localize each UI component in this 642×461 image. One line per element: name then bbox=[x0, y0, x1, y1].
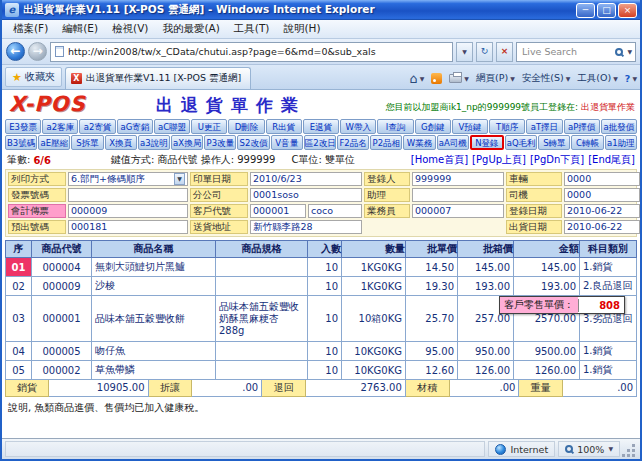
toolbar-button[interactable]: a批發價 bbox=[601, 119, 637, 134]
toolbar-button[interactable]: a2寄貨 bbox=[79, 119, 115, 134]
menu-item[interactable]: 檢視(V) bbox=[105, 20, 155, 38]
feeds-button[interactable] bbox=[431, 73, 442, 84]
field-value[interactable]: 新竹縣李路28 bbox=[250, 220, 362, 234]
record-count-label: 筆數: bbox=[7, 153, 30, 167]
toolbar-button[interactable]: a2客庫 bbox=[42, 119, 78, 134]
close-button[interactable]: × bbox=[618, 3, 637, 18]
field-value[interactable]: 999999 bbox=[412, 172, 504, 186]
field-value-text: 2010-06-22 bbox=[567, 221, 637, 233]
toolbar-button[interactable]: aT擇日 bbox=[526, 119, 562, 134]
popup-price-input[interactable]: 808 bbox=[578, 299, 624, 312]
address-input[interactable]: http://win2008/tw/x_CData/chutui.asp?pag… bbox=[50, 42, 453, 62]
home-button[interactable]: ⌂▼ bbox=[409, 72, 424, 85]
search-dropdown-icon[interactable]: ▼ bbox=[627, 49, 632, 55]
toolbar-button[interactable]: S轉單 bbox=[538, 135, 570, 150]
field-value-text: 新竹縣李路28 bbox=[253, 221, 359, 233]
menu-item[interactable]: 我的最愛(A) bbox=[155, 20, 226, 38]
stop-button[interactable]: × bbox=[496, 42, 513, 62]
table-row[interactable]: 01000004無刺大頭鰱切片黑鱸101KG0KG14.50145.00145.… bbox=[6, 258, 637, 277]
table-row[interactable]: 04000005吻仔魚1010KG0KG95.00950.009500.001.… bbox=[6, 342, 637, 361]
maximize-button[interactable]: □ bbox=[597, 3, 616, 18]
field-value[interactable]: 0000 bbox=[564, 188, 640, 202]
menu-item[interactable]: 說明(H) bbox=[276, 20, 327, 38]
field-value[interactable]: 0000 bbox=[564, 172, 640, 186]
field-value[interactable]: 2010-06-22 bbox=[564, 204, 640, 218]
page-nav-link[interactable]: [Home首頁] bbox=[411, 153, 468, 167]
menu-item[interactable]: 編輯(E) bbox=[55, 20, 105, 38]
field-value[interactable]: 2010/6/23 bbox=[250, 172, 362, 186]
toolbar-button[interactable]: aA司機 bbox=[437, 135, 469, 150]
toolbar-button[interactable]: P2品相 bbox=[370, 135, 402, 150]
table-cell: 1.銷貨 bbox=[580, 342, 637, 361]
page-nav-link[interactable]: [End尾頁] bbox=[588, 153, 635, 167]
toolbar-button[interactable]: aQ毛利 bbox=[505, 135, 537, 150]
search-input[interactable]: Live Search ▼ bbox=[516, 42, 636, 62]
toolbar-button[interactable]: W業務 bbox=[403, 135, 435, 150]
table-row[interactable]: 02000009沙梭101KG0KG19.30193.00193.002.良品退… bbox=[6, 277, 637, 296]
toolbar-button[interactable]: a1助理 bbox=[605, 135, 637, 150]
favorites-button[interactable]: ★ 收藏夾 bbox=[5, 67, 62, 87]
toolbar-button[interactable]: 區2改日 bbox=[304, 135, 336, 150]
menu-item[interactable]: 工具(T) bbox=[227, 20, 277, 38]
field-value[interactable]: 6.部門+條碼順序▼ bbox=[68, 172, 188, 186]
toolbar-button[interactable]: E3發票 bbox=[5, 119, 41, 134]
home-icon: ⌂ bbox=[409, 72, 417, 85]
toolbar-button[interactable]: aG寄銷 bbox=[117, 119, 153, 134]
toolbar-button[interactable]: aE壓縮 bbox=[38, 135, 70, 150]
zoom-control[interactable]: 100% ▼ bbox=[558, 441, 620, 457]
field-value[interactable]: 000009 bbox=[68, 204, 188, 218]
toolbar-button[interactable]: D刪除 bbox=[228, 119, 264, 134]
toolbar-button[interactable]: V音量 bbox=[271, 135, 303, 150]
toolbar-button[interactable]: G創鍵 bbox=[415, 119, 451, 134]
toolbar-button[interactable]: aP擇價 bbox=[564, 119, 600, 134]
menu-item[interactable]: 檔案(F) bbox=[6, 20, 55, 38]
page-nav-link[interactable]: [PgDn下頁] bbox=[530, 153, 584, 167]
field-value[interactable] bbox=[68, 188, 188, 202]
back-button[interactable]: ← bbox=[6, 42, 25, 61]
refresh-button[interactable]: ↻ bbox=[476, 42, 493, 62]
field-value[interactable] bbox=[412, 188, 504, 202]
toolbar-button[interactable]: V預鍵 bbox=[452, 119, 488, 134]
table-cell: 10 bbox=[308, 342, 342, 361]
toolbar-button[interactable]: S2改價 bbox=[237, 135, 269, 150]
field-value-text: 000007 bbox=[415, 205, 501, 217]
toolbar-button[interactable]: S拆單 bbox=[71, 135, 103, 150]
table-cell: 品味本舖五穀豐收奶酥黑麻粳杏288g bbox=[216, 296, 308, 342]
toolbar-button[interactable]: R出貨 bbox=[266, 119, 302, 134]
toolbar-button[interactable]: P3改量 bbox=[204, 135, 236, 150]
resize-grip[interactable] bbox=[623, 445, 637, 459]
toolbar-button[interactable]: T順序 bbox=[489, 119, 525, 134]
toolbar-button[interactable]: aX換局 bbox=[171, 135, 203, 150]
field-value[interactable]: 000001 bbox=[250, 204, 306, 218]
form-field: 司機0000 bbox=[506, 188, 640, 202]
toolbar-button[interactable]: U更正 bbox=[191, 119, 227, 134]
page-nav-link[interactable]: [PgUp上頁] bbox=[472, 153, 526, 167]
toolbar-button[interactable]: C轉帳 bbox=[571, 135, 603, 150]
search-icon[interactable] bbox=[615, 48, 623, 56]
toolbar-button[interactable]: W帶入 bbox=[340, 119, 376, 134]
toolbar-button[interactable]: N登錄 bbox=[470, 135, 504, 150]
field-value[interactable]: 0001soso bbox=[250, 188, 362, 202]
command-bar-item[interactable]: 安全性(S)▼ bbox=[522, 72, 571, 85]
help-button[interactable]: ?▼ bbox=[625, 73, 637, 84]
toolbar-button[interactable]: B3號碼 bbox=[5, 135, 37, 150]
toolbar-button[interactable]: F2品名 bbox=[337, 135, 369, 150]
field-value[interactable]: 2010-06-22 bbox=[564, 220, 640, 234]
toolbar-button[interactable]: aC聯盟 bbox=[154, 119, 190, 134]
toolbar-button[interactable]: X換頁 bbox=[105, 135, 137, 150]
toolbar-button[interactable]: I查詢 bbox=[377, 119, 413, 134]
toolbar-button[interactable]: E退貨 bbox=[303, 119, 339, 134]
address-dropdown-button[interactable]: ▼ bbox=[456, 42, 473, 62]
print-button[interactable]: ▼ bbox=[449, 74, 469, 83]
field-value-secondary[interactable]: coco bbox=[308, 204, 362, 218]
field-value[interactable]: 000007 bbox=[412, 204, 504, 218]
field-value[interactable]: 000181 bbox=[68, 220, 188, 234]
chevron-down-icon: ▼ bbox=[510, 76, 515, 82]
forward-button[interactable]: → bbox=[28, 42, 47, 61]
command-bar-item[interactable]: 工具(O)▼ bbox=[577, 72, 618, 85]
command-bar-item[interactable]: 網頁(P)▼ bbox=[476, 72, 515, 85]
minimize-button[interactable]: ─ bbox=[576, 3, 595, 18]
browser-tab[interactable]: X 出退貨單作業V1.11 [X-POS 雲通網] bbox=[65, 67, 251, 89]
toolbar-button[interactable]: a3說明 bbox=[138, 135, 170, 150]
table-row[interactable]: 05000002草魚帶鱗1010KG0KG12.60126.001260.001… bbox=[6, 361, 637, 380]
